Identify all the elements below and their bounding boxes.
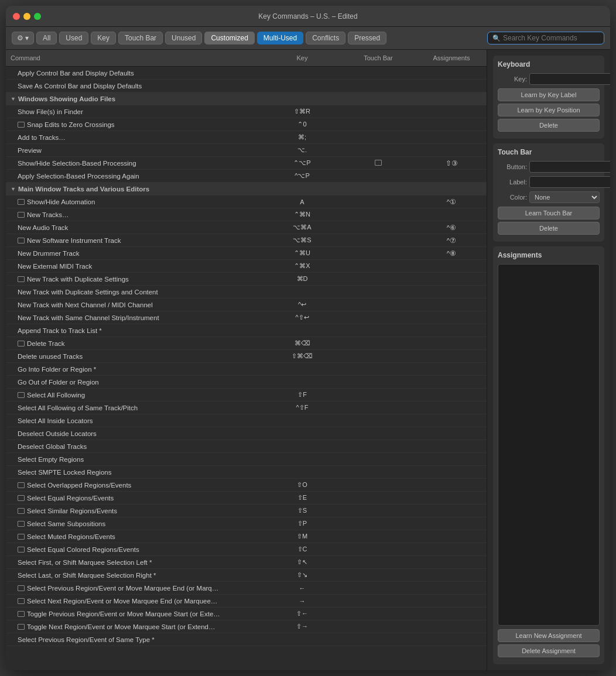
button-field-input[interactable] — [529, 161, 610, 173]
assignments-cell: ^⑥ — [416, 222, 487, 233]
minimize-button[interactable] — [23, 13, 30, 20]
table-row[interactable]: New Audio Track ⌥⌘A ^⑥ — [6, 221, 487, 234]
table-row[interactable]: Apply Control Bar and Display Defaults — [6, 67, 487, 80]
key-cell: ⌥. — [264, 145, 340, 155]
table-row[interactable]: Select Last, or Shift Marquee Selection … — [6, 569, 487, 582]
table-row[interactable]: Add to Tracks… ⌘; — [6, 131, 487, 144]
table-row[interactable]: Select Overlapped Regions/Events ⇧O — [6, 479, 487, 492]
key-cell — [264, 458, 340, 461]
table-row[interactable]: Go Into Folder or Region * — [6, 363, 487, 376]
command-cell: Select Similar Regions/Events — [6, 506, 264, 516]
table-row[interactable]: Append Track to Track List * — [6, 324, 487, 337]
command-cell: Select SMPTE Locked Regions — [6, 468, 264, 477]
section-row[interactable]: ▼ Windows Showing Audio Files — [6, 92, 487, 105]
delete-assignment-button[interactable]: Delete Assignment — [498, 644, 600, 657]
table-row[interactable]: Delete unused Tracks ⇧⌘⌫ — [6, 350, 487, 363]
key-cell: ^↩ — [264, 300, 340, 310]
filter-touchbar-button[interactable]: Touch Bar — [118, 32, 163, 44]
table-row[interactable]: New Track with Next Channel / MIDI Chann… — [6, 298, 487, 311]
table-row[interactable]: Preview ⌥. — [6, 144, 487, 157]
table-row[interactable]: Select Equal Colored Regions/Events ⇧C — [6, 543, 487, 556]
filter-conflicts-button[interactable]: Conflicts — [306, 32, 345, 44]
touchbar-cell — [340, 639, 416, 641]
table-row[interactable]: New Drummer Track ⌃⌘U ^⑧ — [6, 247, 487, 260]
filter-unused-button[interactable]: Unused — [165, 32, 202, 44]
label-field-input[interactable] — [529, 176, 610, 188]
command-cell: New Track with Next Channel / MIDI Chann… — [6, 300, 264, 310]
zoom-button[interactable] — [34, 13, 41, 20]
filter-key-button[interactable]: Key — [91, 32, 116, 44]
gear-button[interactable]: ⚙ ▾ — [12, 32, 34, 44]
table-row[interactable]: New External MIDI Track ⌃⌘X — [6, 260, 487, 273]
table-row[interactable]: Select First, or Shift Marquee Selection… — [6, 556, 487, 569]
table-row[interactable]: Show/Hide Automation A ^① — [6, 195, 487, 208]
table-row[interactable]: Select All Following ⇧F — [6, 389, 487, 402]
key-cell: ⇧⌘⌫ — [264, 351, 340, 361]
section-row[interactable]: ▼ Main Window Tracks and Various Editors — [6, 183, 487, 195]
assignments-cell — [416, 510, 487, 512]
table-row[interactable]: New Software Instrument Track ⌥⌘S ^⑦ — [6, 234, 487, 247]
learn-new-assignment-button[interactable]: Learn New Assignment — [498, 629, 600, 642]
copy-icon — [18, 534, 25, 540]
table-row[interactable]: Select Similar Regions/Events ⇧S — [6, 505, 487, 517]
table-row[interactable]: Delete Track ⌘⌫ — [6, 337, 487, 350]
touchbar-cell — [340, 227, 416, 229]
table-row[interactable]: Show/Hide Selection-Based Processing ⌃⌥P… — [6, 157, 487, 170]
table-row[interactable]: Save As Control Bar and Display Defaults — [6, 80, 487, 92]
touchbar-cell — [340, 574, 416, 577]
learn-by-position-button[interactable]: Learn by Key Position — [498, 104, 600, 116]
filter-customized-button[interactable]: Customized — [204, 32, 254, 44]
table-row[interactable]: New Track with Same Channel Strip/Instru… — [6, 311, 487, 324]
key-cell — [264, 85, 340, 87]
close-button[interactable] — [13, 13, 20, 20]
table-row[interactable]: Go Out of Folder or Region — [6, 376, 487, 389]
table-row[interactable]: Select Equal Regions/Events ⇧E — [6, 492, 487, 505]
table-row[interactable]: Snap Edits to Zero Crossings ⌃0 — [6, 118, 487, 131]
filter-multiused-button[interactable]: Multi-Used — [257, 32, 303, 44]
col-assignments-header: Assignments — [416, 52, 487, 64]
col-touchbar-header: Touch Bar — [340, 52, 416, 64]
table-row[interactable]: Select All Inside Locators — [6, 414, 487, 427]
filter-pressed-button[interactable]: Pressed — [348, 32, 386, 44]
table-row[interactable]: New Tracks… ⌃⌘N — [6, 208, 487, 221]
table-row[interactable]: Select Previous Region/Event or Move Mar… — [6, 582, 487, 595]
table-row[interactable]: Select Empty Regions — [6, 453, 487, 466]
table-body[interactable]: Apply Control Bar and Display Defaults S… — [6, 67, 487, 670]
table-row[interactable]: Select Previous Region/Event of Same Typ… — [6, 633, 487, 646]
assignments-cell: ^⑧ — [416, 248, 487, 259]
table-row[interactable]: Toggle Previous Region/Event or Move Mar… — [6, 608, 487, 620]
key-cell: ⇧← — [264, 609, 340, 619]
command-cell: Select Equal Regions/Events — [6, 493, 264, 503]
key-field-input[interactable] — [529, 73, 610, 85]
table-row[interactable]: Select All Following of Same Track/Pitch… — [6, 402, 487, 414]
command-cell: Go Into Folder or Region * — [6, 365, 264, 374]
assignments-cell — [416, 458, 487, 461]
learn-touchbar-button[interactable]: Learn Touch Bar — [498, 207, 600, 219]
copy-icon — [18, 495, 25, 501]
table-row[interactable]: Show File(s) in Finder ⇧⌘R — [6, 105, 487, 118]
table-row[interactable]: Toggle Next Region/Event or Move Marquee… — [6, 620, 487, 633]
filter-all-button[interactable]: All — [36, 32, 57, 44]
table-row[interactable]: Deselect Global Tracks — [6, 440, 487, 453]
table-row[interactable]: Select Next Region/Event or Move Marquee… — [6, 595, 487, 608]
table-row[interactable]: Select Muted Regions/Events ⇧M — [6, 530, 487, 543]
table-row[interactable]: Select SMPTE Locked Regions — [6, 466, 487, 479]
color-select[interactable]: None — [529, 191, 600, 203]
learn-by-label-button[interactable]: Learn by Key Label — [498, 88, 600, 101]
command-cell: Select All Following of Same Track/Pitch — [6, 403, 264, 413]
touchbar-cell — [340, 291, 416, 293]
table-row[interactable]: Deselect Outside Locators — [6, 427, 487, 440]
table-row[interactable]: Select Same Subpositions ⇧P — [6, 517, 487, 530]
filter-used-button[interactable]: Used — [59, 32, 88, 44]
search-input[interactable] — [503, 34, 597, 42]
delete-key-button[interactable]: Delete — [498, 119, 600, 132]
table-row[interactable]: New Track with Duplicate Settings and Co… — [6, 286, 487, 298]
delete-touchbar-button[interactable]: Delete — [498, 222, 600, 235]
assignments-area — [498, 264, 600, 626]
search-icon: 🔍 — [492, 35, 501, 42]
touchbar-cell — [340, 626, 416, 628]
table-row[interactable]: New Track with Duplicate Settings ⌘D — [6, 273, 487, 286]
table-row[interactable]: Apply Selection-Based Processing Again ^… — [6, 170, 487, 183]
search-box[interactable]: 🔍 — [487, 32, 604, 44]
touchbar-cell — [340, 407, 416, 409]
